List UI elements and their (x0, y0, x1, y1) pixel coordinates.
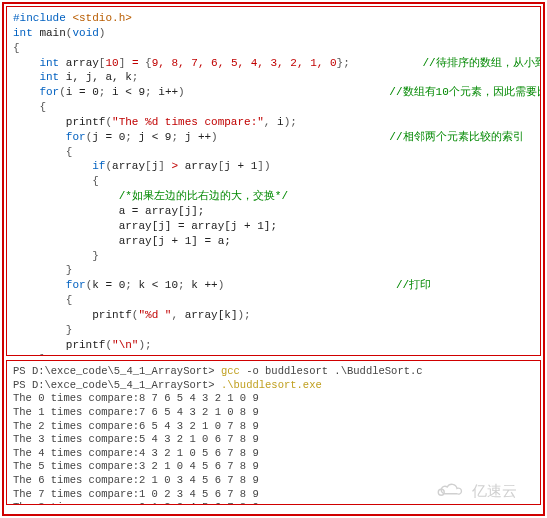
prompt: PS D:\exce_code\5_4_1_ArraySort> (13, 365, 215, 377)
prompt: PS D:\exce_code\5_4_1_ArraySort> (13, 379, 215, 391)
term-out-2: The 2 times compare:6 5 4 3 2 1 0 7 8 9 (13, 420, 259, 432)
outer-frame: #include <stdio.h> int main(void) { int … (2, 2, 545, 516)
comment-3: //相邻两个元素比较的索引 (389, 131, 523, 143)
comment-2: //数组有10个元素，因此需要比较9次 (389, 86, 541, 98)
swap-comment: /*如果左边的比右边的大，交换*/ (119, 190, 288, 202)
term-out-4: The 4 times compare:4 3 2 1 0 5 6 7 8 9 (13, 447, 259, 459)
cmd-run: .\buddlesort.exe (221, 379, 322, 391)
term-out-1: The 1 times compare:7 6 5 4 3 2 1 0 8 9 (13, 406, 259, 418)
terminal-pane[interactable]: PS D:\exce_code\5_4_1_ArraySort> gcc -o … (6, 360, 541, 505)
kw-for: for (39, 86, 59, 98)
code-editor-pane: #include <stdio.h> int main(void) { int … (6, 6, 541, 356)
term-out-6: The 6 times compare:2 1 0 3 4 5 6 7 8 9 (13, 474, 259, 486)
cmd-gcc: gcc (221, 365, 240, 377)
comment-1: //待排序的数组，从小到大排列 (422, 57, 541, 69)
fn-main: main (39, 27, 65, 39)
header: <stdio.h> (72, 12, 131, 24)
term-out-0: The 0 times compare:8 7 6 5 4 3 2 1 0 9 (13, 392, 259, 404)
comment-4: //打印 (396, 279, 431, 291)
term-out-5: The 5 times compare:3 2 1 0 4 5 6 7 8 9 (13, 460, 259, 472)
term-out-7: The 7 times compare:1 0 2 3 4 5 6 7 8 9 (13, 488, 259, 500)
term-out-8: The 8 times compare:0 1 2 3 4 5 6 7 8 9 (13, 501, 259, 505)
kw-if: if (92, 160, 105, 172)
fn-printf: printf (66, 116, 106, 128)
preproc: #include (13, 12, 66, 24)
kw-int: int (13, 27, 33, 39)
term-out-3: The 3 times compare:5 4 3 2 1 0 6 7 8 9 (13, 433, 259, 445)
